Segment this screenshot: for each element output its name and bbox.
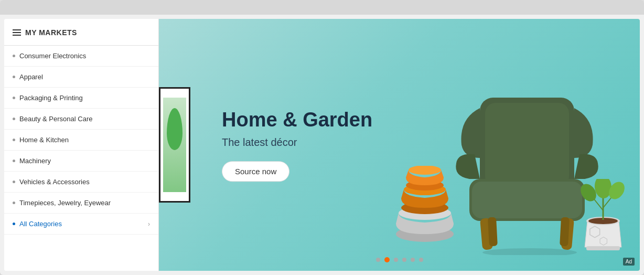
sidebar-item-label: Timepieces, Jewelry, Eyewear — [19, 199, 111, 207]
sidebar-item-consumer-electronics[interactable]: Consumer Electronics — [4, 46, 158, 67]
sidebar-item-vehicles-accessories[interactable]: Vehicles & Accessories — [4, 172, 158, 193]
sidebar-link-beauty-personal-care[interactable]: Beauty & Personal Care — [4, 109, 158, 129]
bullet-icon — [13, 181, 15, 183]
sidebar-item-label: Vehicles & Accessories — [19, 178, 90, 186]
sidebar-item-label: Consumer Electronics — [19, 52, 86, 60]
sidebar-link-machinery[interactable]: Machinery — [4, 151, 158, 171]
source-now-button[interactable]: Source now — [222, 161, 289, 182]
carousel-dots[interactable] — [376, 257, 423, 262]
banner-frame-decoration — [159, 87, 190, 203]
bullet-icon — [13, 97, 15, 99]
banner-content: Home & Garden The latest décor Source no… — [222, 108, 372, 182]
sidebar-link-timepieces-jewelry-eyewear[interactable]: Timepieces, Jewelry, Eyewear — [4, 193, 158, 213]
svg-rect-13 — [560, 217, 570, 247]
svg-text:⬡: ⬡ — [599, 235, 608, 247]
svg-rect-7 — [485, 103, 569, 187]
sidebar-link-all-categories[interactable]: All Categories› — [4, 214, 158, 234]
sidebar: MY MARKETS Consumer ElectronicsApparelPa… — [4, 19, 159, 271]
sidebar-item-timepieces-jewelry-eyewear[interactable]: Timepieces, Jewelry, Eyewear — [4, 193, 158, 214]
svg-rect-12 — [488, 217, 498, 247]
sidebar-item-label: Home & Kitchen — [19, 136, 69, 144]
sidebar-item-packaging-printing[interactable]: Packaging & Printing — [4, 88, 158, 109]
bullet-icon — [13, 76, 15, 78]
leaf-decoration — [167, 108, 183, 150]
ad-badge: Ad — [623, 258, 635, 266]
banner-frame-plant — [163, 98, 186, 192]
sidebar-link-packaging-printing[interactable]: Packaging & Printing — [4, 88, 158, 108]
carousel-dot-3[interactable] — [394, 258, 398, 262]
sidebar-header[interactable]: MY MARKETS — [4, 19, 158, 46]
sidebar-item-label: Beauty & Personal Care — [19, 115, 92, 123]
sidebar-link-apparel[interactable]: Apparel — [4, 67, 158, 87]
chevron-right-icon: › — [148, 220, 150, 228]
plant-decoration: ⬡ ⬡ — [577, 179, 629, 252]
svg-rect-25 — [586, 246, 620, 250]
sidebar-item-home-kitchen[interactable]: Home & Kitchen — [4, 130, 158, 151]
all-categories-label: All Categories — [19, 220, 62, 228]
sidebar-title: MY MARKETS — [25, 28, 77, 37]
sidebar-list: Consumer ElectronicsApparelPackaging & P… — [4, 46, 158, 235]
carousel-dot-6[interactable] — [419, 258, 423, 262]
sidebar-link-home-kitchen[interactable]: Home & Kitchen — [4, 130, 158, 150]
sidebar-item-all-categories[interactable]: All Categories› — [4, 214, 158, 235]
title-bar — [0, 0, 644, 15]
carousel-dot-5[interactable] — [411, 258, 415, 262]
hamburger-icon[interactable] — [13, 29, 21, 36]
sidebar-item-label: Machinery — [19, 157, 51, 165]
banner-area: Home & Garden The latest décor Source no… — [159, 19, 640, 271]
bullet-icon — [13, 223, 15, 225]
bullet-icon — [13, 160, 15, 162]
sidebar-item-label: Packaging & Printing — [19, 94, 83, 102]
banner-title: Home & Garden — [222, 108, 372, 132]
sidebar-item-apparel[interactable]: Apparel — [4, 67, 158, 88]
carousel-dot-1[interactable] — [376, 258, 380, 262]
bullet-icon — [13, 139, 15, 141]
bullet-icon — [13, 55, 15, 57]
carousel-dot-2[interactable] — [384, 257, 390, 262]
svg-point-14 — [482, 248, 577, 255]
svg-point-5 — [409, 166, 441, 175]
sidebar-item-beauty-personal-care[interactable]: Beauty & Personal Care — [4, 109, 158, 130]
sidebar-link-consumer-electronics[interactable]: Consumer Electronics — [4, 46, 158, 66]
sidebar-item-machinery[interactable]: Machinery — [4, 151, 158, 172]
sidebar-link-vehicles-accessories[interactable]: Vehicles & Accessories — [4, 172, 158, 192]
sidebar-item-label: Apparel — [19, 73, 43, 81]
content-area: MY MARKETS Consumer ElectronicsApparelPa… — [4, 19, 640, 271]
bullet-icon — [13, 118, 15, 120]
carousel-dot-4[interactable] — [402, 258, 406, 262]
app-window: MY MARKETS Consumer ElectronicsApparelPa… — [0, 0, 644, 275]
banner-subtitle: The latest décor — [222, 136, 372, 149]
bullet-icon — [13, 202, 15, 204]
svg-rect-9 — [472, 182, 582, 218]
